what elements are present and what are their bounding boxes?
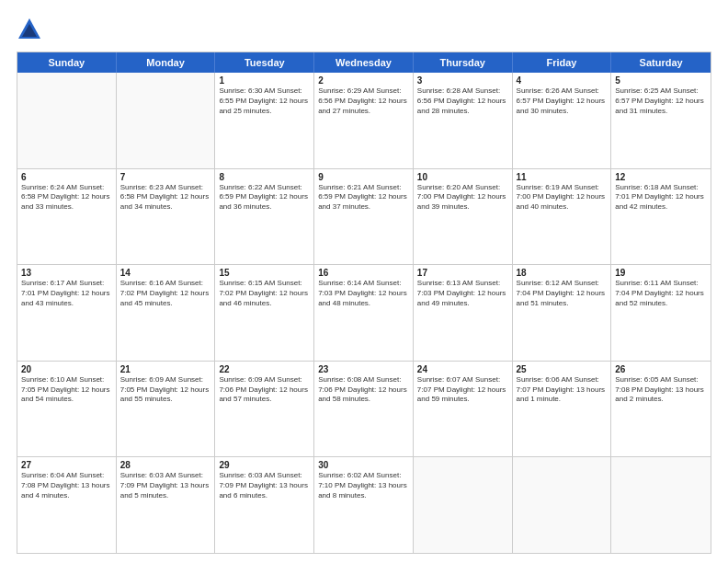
cell-info: Sunrise: 6:08 AM Sunset: 7:06 PM Dayligh… [318, 375, 409, 405]
cal-cell: 7Sunrise: 6:23 AM Sunset: 6:58 PM Daylig… [117, 169, 216, 265]
cal-cell: 23Sunrise: 6:08 AM Sunset: 7:06 PM Dayli… [314, 362, 414, 457]
cell-info: Sunrise: 6:04 AM Sunset: 7:08 PM Dayligh… [21, 471, 112, 500]
cal-cell: 28Sunrise: 6:03 AM Sunset: 7:09 PM Dayli… [117, 457, 216, 553]
day-number: 15 [219, 268, 310, 278]
day-number: 29 [219, 460, 310, 470]
cell-info: Sunrise: 6:29 AM Sunset: 6:56 PM Dayligh… [318, 86, 409, 116]
header-day-thursday: Thursday [414, 52, 513, 73]
day-number: 23 [318, 364, 409, 374]
cell-info: Sunrise: 6:06 AM Sunset: 7:07 PM Dayligh… [517, 375, 608, 405]
page: SundayMondayTuesdayWednesdayThursdayFrid… [0, 0, 728, 563]
cell-info: Sunrise: 6:11 AM Sunset: 7:04 PM Dayligh… [615, 279, 707, 308]
cal-cell: 29Sunrise: 6:03 AM Sunset: 7:09 PM Dayli… [215, 457, 314, 553]
day-number: 27 [21, 460, 112, 470]
day-number: 12 [615, 172, 707, 182]
cal-cell [117, 73, 216, 168]
calendar: SundayMondayTuesdayWednesdayThursdayFrid… [17, 52, 711, 554]
logo-icon [17, 17, 42, 42]
cal-cell: 1Sunrise: 6:30 AM Sunset: 6:55 PM Daylig… [215, 73, 314, 168]
cal-cell: 9Sunrise: 6:21 AM Sunset: 6:59 PM Daylig… [314, 169, 414, 265]
cal-row-3: 13Sunrise: 6:17 AM Sunset: 7:01 PM Dayli… [17, 265, 711, 362]
calendar-body: 1Sunrise: 6:30 AM Sunset: 6:55 PM Daylig… [17, 73, 711, 553]
day-number: 14 [120, 268, 211, 278]
cal-cell: 17Sunrise: 6:13 AM Sunset: 7:03 PM Dayli… [414, 265, 513, 361]
day-number: 22 [219, 364, 310, 374]
day-number: 2 [318, 75, 409, 86]
header [17, 17, 711, 42]
cell-info: Sunrise: 6:09 AM Sunset: 7:05 PM Dayligh… [120, 375, 211, 405]
day-number: 20 [21, 364, 112, 374]
day-number: 16 [318, 268, 409, 278]
cal-cell: 24Sunrise: 6:07 AM Sunset: 7:07 PM Dayli… [414, 362, 513, 457]
cal-cell: 26Sunrise: 6:05 AM Sunset: 7:08 PM Dayli… [611, 362, 711, 457]
cell-info: Sunrise: 6:18 AM Sunset: 7:01 PM Dayligh… [615, 183, 707, 213]
cell-info: Sunrise: 6:09 AM Sunset: 7:06 PM Dayligh… [219, 375, 310, 405]
cell-info: Sunrise: 6:22 AM Sunset: 6:59 PM Dayligh… [219, 183, 310, 213]
day-number: 21 [120, 364, 211, 374]
day-number: 19 [615, 268, 707, 278]
cell-info: Sunrise: 6:19 AM Sunset: 7:00 PM Dayligh… [517, 183, 608, 213]
cal-cell: 6Sunrise: 6:24 AM Sunset: 6:58 PM Daylig… [17, 169, 117, 265]
cell-info: Sunrise: 6:15 AM Sunset: 7:02 PM Dayligh… [219, 279, 310, 308]
day-number: 26 [615, 364, 707, 374]
header-day-monday: Monday [117, 52, 216, 73]
cal-cell: 30Sunrise: 6:02 AM Sunset: 7:10 PM Dayli… [314, 457, 414, 553]
cell-info: Sunrise: 6:07 AM Sunset: 7:07 PM Dayligh… [417, 375, 508, 405]
day-number: 4 [517, 75, 608, 86]
cell-info: Sunrise: 6:24 AM Sunset: 6:58 PM Dayligh… [21, 183, 112, 213]
cell-info: Sunrise: 6:14 AM Sunset: 7:03 PM Dayligh… [318, 279, 409, 308]
cal-row-1: 1Sunrise: 6:30 AM Sunset: 6:55 PM Daylig… [17, 73, 711, 169]
cal-cell: 16Sunrise: 6:14 AM Sunset: 7:03 PM Dayli… [314, 265, 414, 361]
cal-cell: 5Sunrise: 6:25 AM Sunset: 6:57 PM Daylig… [611, 73, 711, 168]
cal-cell: 21Sunrise: 6:09 AM Sunset: 7:05 PM Dayli… [117, 362, 216, 457]
day-number: 7 [120, 172, 211, 182]
day-number: 1 [219, 75, 310, 86]
day-number: 30 [318, 460, 409, 470]
day-number: 10 [417, 172, 508, 182]
day-number: 3 [417, 75, 508, 86]
cell-info: Sunrise: 6:10 AM Sunset: 7:05 PM Dayligh… [21, 375, 112, 405]
cal-cell: 22Sunrise: 6:09 AM Sunset: 7:06 PM Dayli… [215, 362, 314, 457]
logo [17, 17, 46, 42]
cell-info: Sunrise: 6:28 AM Sunset: 6:56 PM Dayligh… [417, 86, 508, 116]
cell-info: Sunrise: 6:26 AM Sunset: 6:57 PM Dayligh… [517, 86, 608, 116]
day-number: 28 [120, 460, 211, 470]
cal-cell [414, 457, 513, 553]
cal-cell: 2Sunrise: 6:29 AM Sunset: 6:56 PM Daylig… [314, 73, 414, 168]
cal-cell: 8Sunrise: 6:22 AM Sunset: 6:59 PM Daylig… [215, 169, 314, 265]
cal-cell: 18Sunrise: 6:12 AM Sunset: 7:04 PM Dayli… [513, 265, 612, 361]
day-number: 11 [517, 172, 608, 182]
cal-cell: 11Sunrise: 6:19 AM Sunset: 7:00 PM Dayli… [513, 169, 612, 265]
cal-cell: 4Sunrise: 6:26 AM Sunset: 6:57 PM Daylig… [513, 73, 612, 168]
cal-cell: 19Sunrise: 6:11 AM Sunset: 7:04 PM Dayli… [611, 265, 711, 361]
cal-cell: 25Sunrise: 6:06 AM Sunset: 7:07 PM Dayli… [513, 362, 612, 457]
cal-cell: 12Sunrise: 6:18 AM Sunset: 7:01 PM Dayli… [611, 169, 711, 265]
cal-row-2: 6Sunrise: 6:24 AM Sunset: 6:58 PM Daylig… [17, 169, 711, 266]
cell-info: Sunrise: 6:25 AM Sunset: 6:57 PM Dayligh… [615, 86, 707, 116]
day-number: 5 [615, 75, 707, 86]
cal-row-4: 20Sunrise: 6:10 AM Sunset: 7:05 PM Dayli… [17, 362, 711, 458]
cal-cell: 20Sunrise: 6:10 AM Sunset: 7:05 PM Dayli… [17, 362, 117, 457]
cal-cell: 13Sunrise: 6:17 AM Sunset: 7:01 PM Dayli… [17, 265, 117, 361]
header-day-wednesday: Wednesday [314, 52, 414, 73]
cell-info: Sunrise: 6:13 AM Sunset: 7:03 PM Dayligh… [417, 279, 508, 308]
day-number: 17 [417, 268, 508, 278]
cell-info: Sunrise: 6:23 AM Sunset: 6:58 PM Dayligh… [120, 183, 211, 213]
cell-info: Sunrise: 6:03 AM Sunset: 7:09 PM Dayligh… [120, 471, 211, 500]
cal-cell [17, 73, 117, 168]
cell-info: Sunrise: 6:16 AM Sunset: 7:02 PM Dayligh… [120, 279, 211, 308]
cal-cell: 10Sunrise: 6:20 AM Sunset: 7:00 PM Dayli… [414, 169, 513, 265]
cell-info: Sunrise: 6:20 AM Sunset: 7:00 PM Dayligh… [417, 183, 508, 213]
cal-row-5: 27Sunrise: 6:04 AM Sunset: 7:08 PM Dayli… [17, 457, 711, 553]
cell-info: Sunrise: 6:02 AM Sunset: 7:10 PM Dayligh… [318, 471, 409, 500]
header-day-sunday: Sunday [17, 52, 117, 73]
cell-info: Sunrise: 6:21 AM Sunset: 6:59 PM Dayligh… [318, 183, 409, 213]
day-number: 24 [417, 364, 508, 374]
cell-info: Sunrise: 6:05 AM Sunset: 7:08 PM Dayligh… [615, 375, 707, 405]
day-number: 13 [21, 268, 112, 278]
cell-info: Sunrise: 6:30 AM Sunset: 6:55 PM Dayligh… [219, 86, 310, 116]
cal-cell: 3Sunrise: 6:28 AM Sunset: 6:56 PM Daylig… [414, 73, 513, 168]
day-number: 18 [517, 268, 608, 278]
day-number: 9 [318, 172, 409, 182]
cell-info: Sunrise: 6:12 AM Sunset: 7:04 PM Dayligh… [517, 279, 608, 308]
